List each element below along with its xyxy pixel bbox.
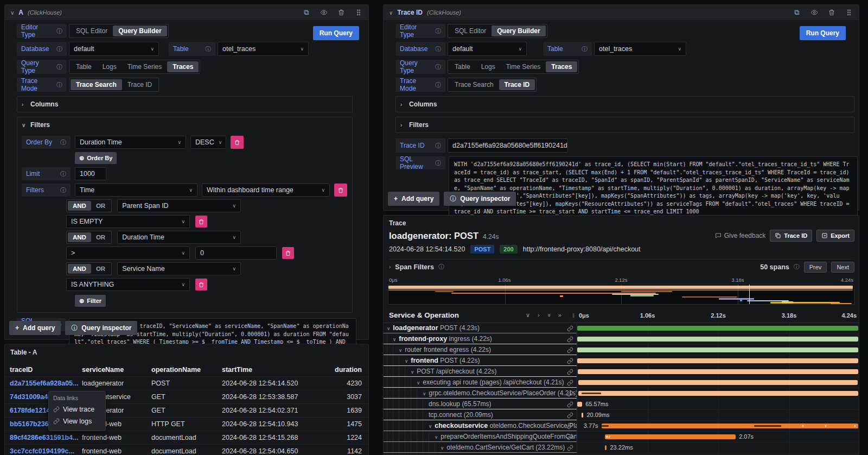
col-duration[interactable]: duration	[320, 366, 362, 374]
span-name-cell[interactable]: ∨oteldemo.CartService/GetCart (23.22ms)	[384, 443, 577, 453]
chevron-right-icon[interactable]: ›	[22, 102, 26, 108]
link-icon[interactable]	[567, 434, 573, 440]
trace-mode-toggle[interactable]: Trace Search Trace ID	[69, 78, 159, 92]
sql-editor-option[interactable]: SQL Editor	[449, 26, 492, 36]
span-collapse-icon[interactable]: ∨	[423, 391, 426, 396]
run-query-button[interactable]: Run Query	[313, 26, 359, 40]
duplicate-query-icon[interactable]: ⧉	[793, 8, 801, 17]
editor-type-toggle[interactable]: SQL Editor Query Builder	[69, 24, 169, 38]
chevron-right-icon[interactable]: ›	[400, 102, 405, 108]
view-trace-link[interactable]: View trace	[53, 403, 101, 415]
chevron-down-icon[interactable]: ∨	[22, 122, 26, 128]
span-row[interactable]: ∨executing api route (pages) /api/checko…	[384, 377, 859, 388]
link-icon[interactable]	[567, 412, 573, 419]
span-timeline-cell[interactable]: 3.77s	[577, 421, 859, 431]
query-type-traces[interactable]: Traces	[167, 61, 199, 72]
table-select[interactable]: otel_traces∨	[594, 42, 686, 56]
condition-operator-select[interactable]: >∨	[66, 247, 190, 260]
filters-section-header[interactable]: ∨Filters	[22, 121, 348, 129]
and-option[interactable]: AND	[68, 232, 91, 242]
span-filters-label[interactable]: Span Filters	[395, 263, 434, 271]
or-option[interactable]: OR	[91, 201, 110, 211]
view-logs-link[interactable]: View logs	[53, 415, 101, 427]
info-icon[interactable]: ⓘ	[438, 263, 444, 271]
span-timeline-cell[interactable]	[577, 345, 859, 355]
condition-operator-select[interactable]: IS ANYTHING∨	[66, 278, 190, 291]
span-timeline-cell[interactable]: 65.57ms	[577, 399, 859, 409]
condition-field-select[interactable]: Parent Span ID∨	[117, 199, 241, 212]
span-duration-bar[interactable]	[578, 391, 858, 396]
duplicate-query-icon[interactable]: ⧉	[302, 8, 311, 17]
filters-section[interactable]: ›Filters	[395, 117, 854, 133]
span-duration-bar[interactable]	[577, 337, 858, 342]
columns-section[interactable]: ›Columns	[395, 96, 854, 112]
info-icon[interactable]: ⓘ	[794, 263, 800, 271]
info-icon[interactable]: ⓘ	[56, 45, 62, 53]
info-icon[interactable]: ⓘ	[60, 170, 66, 178]
table-select[interactable]: otel_traces∨	[218, 42, 309, 56]
condition-operator-select[interactable]: IS EMPTY∨	[66, 215, 190, 228]
info-icon[interactable]: ⓘ	[205, 45, 211, 53]
condition-value-input[interactable]: 0	[195, 247, 277, 260]
span-name-cell[interactable]: ∨checkoutservice oteldemo.CheckoutServic…	[384, 421, 577, 431]
link-icon[interactable]	[567, 358, 573, 364]
query-type-table[interactable]: Table	[449, 61, 476, 72]
span-name-cell[interactable]: ∨grpc.oteldemo.CheckoutService/PlaceOrde…	[384, 388, 577, 399]
add-query-button[interactable]: +Add query	[9, 321, 61, 335]
span-row[interactable]: ∨prepareOrderItemsAndShippingQuoteFromCa…	[384, 432, 859, 443]
span-row[interactable]: ∨loadgenerator POST (4.23s)	[384, 323, 859, 334]
condition-field-select[interactable]: Service Name∨	[117, 262, 241, 275]
add-filter-button[interactable]: ⊕Filter	[75, 295, 106, 307]
span-duration-bar[interactable]	[605, 445, 607, 450]
span-duration-bar[interactable]	[577, 402, 582, 407]
link-icon[interactable]	[567, 347, 573, 353]
column-resize-handle[interactable]: ‖	[572, 313, 575, 319]
query-type-traces[interactable]: Traces	[546, 61, 577, 72]
span-row[interactable]: ∨oteldemo.CartService/GetCart (23.22ms)2…	[384, 443, 859, 453]
span-duration-bar[interactable]	[605, 434, 736, 439]
editor-type-toggle[interactable]: SQL Editor Query Builder	[448, 24, 547, 38]
delete-query-trash-icon[interactable]	[337, 8, 346, 17]
span-collapse-icon[interactable]: ∨	[393, 337, 396, 342]
span-collapse-icon[interactable]: ∨	[435, 434, 438, 440]
link-icon[interactable]	[567, 325, 573, 332]
span-name-cell[interactable]: ∨cartservice POST /oteldemo.CartService/…	[384, 453, 577, 454]
info-icon[interactable]: ⓘ	[56, 63, 62, 71]
info-icon[interactable]: ⓘ	[435, 81, 441, 89]
trace-mode-toggle[interactable]: Trace Search Trace ID	[448, 78, 537, 92]
filter-field-select[interactable]: Time∨	[75, 184, 197, 197]
chevron-right-icon[interactable]: ›	[400, 122, 405, 128]
query-type-timeseries[interactable]: Time Series	[501, 61, 546, 72]
remove-condition-button[interactable]	[195, 279, 207, 290]
span-row[interactable]: ∨cartservice POST /oteldemo.CartService/…	[384, 453, 859, 454]
remove-condition-button[interactable]	[195, 216, 207, 228]
span-timeline-cell[interactable]: 2.07s	[577, 432, 859, 442]
condition-field-select[interactable]: Duration Time∨	[117, 231, 241, 244]
span-name-cell[interactable]: ∨POST /api/checkout (4.22s)	[384, 366, 577, 377]
link-icon[interactable]	[567, 369, 573, 375]
span-row[interactable]: dns.lookup (65.57ms)65.57ms	[384, 399, 859, 410]
span-name-cell[interactable]: ∨frontend-proxy ingress (4.22s)	[384, 334, 577, 344]
remove-order-by-button[interactable]	[231, 136, 244, 149]
span-collapse-icon[interactable]: ∨	[441, 445, 444, 451]
give-feedback-button[interactable]: Give feedback	[715, 232, 766, 239]
span-timeline-cell[interactable]	[577, 334, 859, 344]
query-inspector-button[interactable]: ⓘQuery inspector	[65, 321, 137, 335]
query-header-a[interactable]: ∨ A (ClickHouse) ⧉	[5, 5, 368, 20]
link-icon[interactable]	[567, 390, 573, 397]
collapse-one-icon[interactable]: ∨	[526, 312, 530, 319]
span-name-cell[interactable]: dns.lookup (65.57ms)	[384, 399, 577, 409]
span-timeline-cell[interactable]	[577, 388, 859, 399]
sql-editor-option[interactable]: SQL Editor	[71, 26, 113, 36]
trace-id-link[interactable]: d2a7155ef6a928a05...	[10, 380, 82, 387]
drag-handle-icon[interactable]	[845, 8, 853, 17]
info-icon[interactable]: ⓘ	[435, 159, 441, 167]
query-header-traceid[interactable]: ∨ Trace ID (ClickHouse) ⧉	[384, 5, 859, 20]
span-row[interactable]: ∨grpc.oteldemo.CheckoutService/PlaceOrde…	[384, 388, 859, 399]
expand-all-icon[interactable]: »	[558, 312, 561, 319]
query-inspector-button[interactable]: ⓘQuery inspector	[444, 192, 516, 206]
span-name-cell[interactable]: ∨frontend POST (4.22s)	[384, 356, 577, 366]
query-builder-option[interactable]: Query Builder	[492, 26, 545, 36]
trace-search-option[interactable]: Trace Search	[449, 79, 499, 90]
info-icon[interactable]: ⓘ	[56, 27, 62, 35]
